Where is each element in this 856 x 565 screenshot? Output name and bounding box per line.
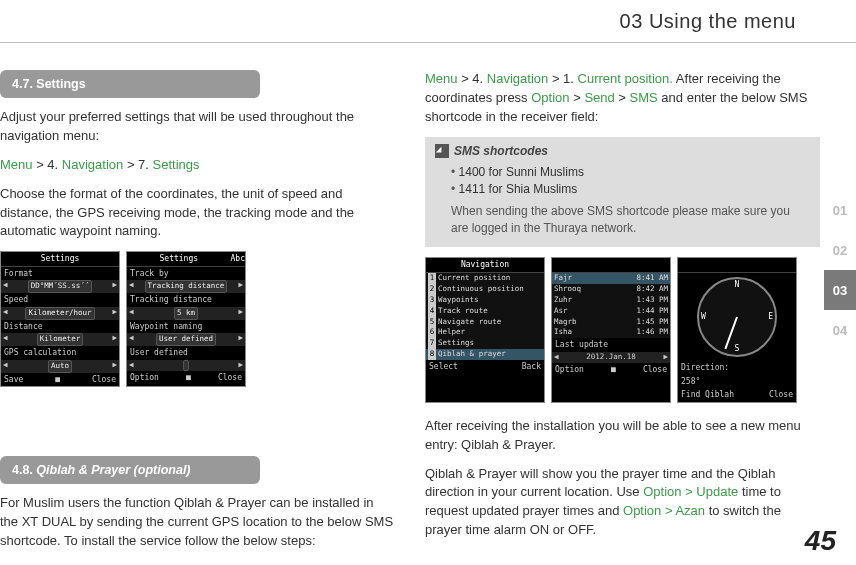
path-7: 7.: [138, 157, 152, 172]
item: Helper: [438, 327, 465, 338]
path-sms: SMS: [630, 90, 658, 105]
side-tab-04[interactable]: 04: [824, 310, 856, 350]
lbl: Format: [4, 268, 33, 280]
ptime: 1:45 PM: [636, 317, 668, 328]
sms-box-title: SMS shortcodes: [435, 143, 810, 160]
pname: Magrb: [554, 317, 577, 328]
after-install-text: After receiving the installation you wil…: [425, 417, 820, 455]
path-send: Send: [584, 90, 614, 105]
compass-n: N: [735, 279, 740, 291]
phone-title: Navigation: [426, 258, 544, 273]
phone-qiblah-compass: N S E W Direction: 258° Find QiblahClose: [677, 257, 797, 402]
settings-desc: Choose the format of the coordinates, th…: [0, 185, 395, 242]
softkey-left: Save: [4, 374, 23, 386]
item: Qiblah & prayer: [438, 349, 506, 360]
p4: 4.: [472, 71, 486, 86]
item: Waypoints: [438, 295, 479, 306]
lbl: Tracking distance: [130, 294, 212, 306]
softkey-left: Select: [429, 361, 458, 373]
val: Auto: [48, 360, 72, 373]
softkey-left: Option: [130, 372, 159, 384]
p1: 1.: [563, 71, 577, 86]
pname: Shrooq: [554, 284, 581, 295]
page-body: 4.7. Settings Adjust your preferred sett…: [0, 70, 820, 561]
lbl: Distance: [4, 321, 43, 333]
arrow-down-right-icon: [435, 144, 449, 158]
option-azan: Option > Azan: [623, 503, 705, 518]
section-header-qiblah: 4.8. Qiblah & Prayer (optional): [0, 456, 260, 484]
path-nav: Navigation: [487, 71, 548, 86]
direction-label: Direction:: [681, 362, 729, 374]
sms-shortcode-list: 1400 for Sunni Muslims 1411 for Shia Mus…: [451, 164, 810, 199]
side-tabs: 01 02 03 04: [824, 190, 856, 350]
pname: Isha: [554, 327, 572, 338]
direction-deg: 258°: [681, 376, 700, 388]
val: Kilometer/hour: [25, 307, 94, 320]
val: 5 km: [174, 307, 198, 320]
compass-w: W: [701, 311, 706, 323]
path-menu: Menu: [0, 157, 33, 172]
path-option: Option: [531, 90, 569, 105]
path-menu: Menu: [425, 71, 458, 86]
sms-code-sunni: 1400 for Sunni Muslims: [451, 164, 810, 181]
qiblah-desc: For Muslim users the function Qiblah & P…: [0, 494, 395, 551]
compass-e: E: [768, 311, 773, 323]
right-column: Menu > 4. Navigation > 1. Current positi…: [425, 70, 820, 561]
phone-title: Settings Abc: [127, 252, 245, 267]
page-number: 45: [805, 525, 836, 557]
ptime: 1:43 PM: [636, 295, 668, 306]
item: Settings: [438, 338, 474, 349]
ptime: 8:41 AM: [636, 273, 668, 284]
side-tab-01[interactable]: 01: [824, 190, 856, 230]
softkey-right: Close: [769, 389, 793, 401]
side-tab-03[interactable]: 03: [824, 270, 856, 310]
lbl: GPS calculation: [4, 347, 76, 359]
item: Navigate route: [438, 317, 501, 328]
sep: >: [123, 157, 138, 172]
ptime: 1:46 PM: [636, 327, 668, 338]
path-settings: Settings: [153, 157, 200, 172]
softkey-right: Back: [522, 361, 541, 373]
date: 2012.Jan.18: [586, 352, 636, 363]
pname: Zuhr: [554, 295, 572, 306]
val: [183, 360, 189, 371]
val: User defined: [156, 333, 216, 346]
left-column: 4.7. Settings Adjust your preferred sett…: [0, 70, 395, 561]
item: Continuous position: [438, 284, 524, 295]
option-update: Option > Update: [643, 484, 738, 499]
softkey-right: Close: [92, 374, 116, 386]
path-nav: Navigation: [62, 157, 123, 172]
softkey-right: Close: [643, 364, 667, 376]
val: Tracking distance: [145, 280, 228, 293]
settings-path: Menu > 4. Navigation > 7. Settings: [0, 156, 395, 175]
qiblah-screenshots: Navigation 1Current position 2Continuous…: [425, 257, 820, 402]
sms-shortcodes-box: SMS shortcodes 1400 for Sunni Muslims 14…: [425, 137, 820, 248]
lbl: Speed: [4, 294, 28, 306]
phone-settings-1: Settings Format ◀DD°MM´SS.ss´´▶ Speed ◀K…: [0, 251, 120, 387]
sms-note: When sending the above SMS shortcode ple…: [451, 203, 810, 238]
softkey-left: Find Qiblah: [681, 389, 734, 401]
compass-s: S: [735, 343, 740, 355]
ptime: 1:44 PM: [636, 306, 668, 317]
val: Kilometer: [37, 333, 84, 346]
path-cp: Current position.: [578, 71, 673, 86]
lbl: Waypoint naming: [130, 321, 202, 333]
val: DD°MM´SS.ss´´: [28, 280, 93, 293]
qiblah-usage-text: Qiblah & Prayer will show you the prayer…: [425, 465, 820, 540]
lbl: Track by: [130, 268, 169, 280]
phone-settings-2: Settings Abc Track by ◀Tracking distance…: [126, 251, 246, 387]
phone-prayer-times: Fajr8:41 AM Shrooq8:42 AM Zuhr1:43 PM As…: [551, 257, 671, 402]
settings-screenshots: Settings Format ◀DD°MM´SS.ss´´▶ Speed ◀K…: [0, 251, 395, 387]
phone-title: Settings: [1, 252, 119, 267]
softkey-right: Close: [218, 372, 242, 384]
softkey-left: Option: [555, 364, 584, 376]
current-position-path: Menu > 4. Navigation > 1. Current positi…: [425, 70, 820, 127]
side-tab-02[interactable]: 02: [824, 230, 856, 270]
last-update-label: Last update: [555, 339, 608, 351]
item: Track route: [438, 306, 488, 317]
settings-intro: Adjust your preferred settings that will…: [0, 108, 395, 146]
phone-navigation-menu: Navigation 1Current position 2Continuous…: [425, 257, 545, 402]
pname: Asr: [554, 306, 568, 317]
sms-code-shia: 1411 for Shia Muslims: [451, 181, 810, 198]
header-rule: [0, 42, 856, 43]
